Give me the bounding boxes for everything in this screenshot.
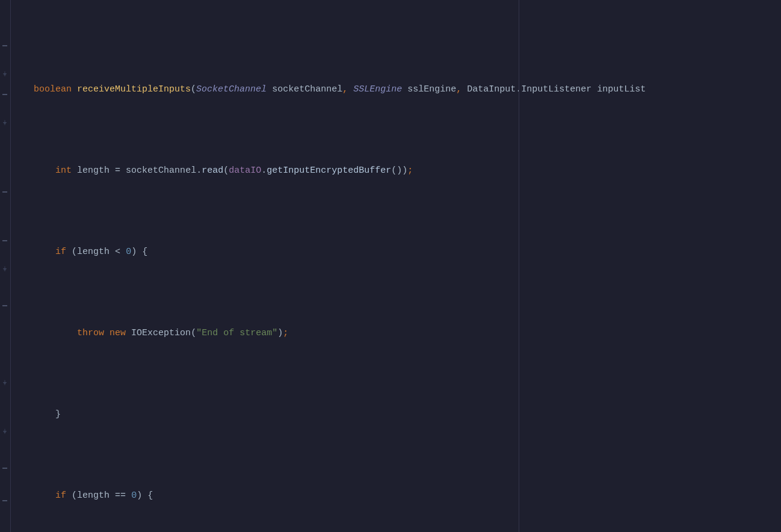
type-sslengine: SSLEngine: [353, 84, 402, 94]
op-eqeq: ==: [115, 490, 126, 501]
code-line: if (length < 0) {: [12, 244, 781, 260]
type-inputlistener: InputListener: [521, 84, 591, 94]
code-editor[interactable]: ⏚⏚⏚⏚⏚ boolean receiveMultipleInputs(Sock…: [0, 0, 781, 532]
code-line: }: [12, 406, 781, 422]
gutter-lock-icon: ⏚: [1, 119, 8, 126]
param-socketchannel: socketChannel: [272, 84, 342, 94]
ref-socketchannel: socketChannel: [126, 165, 196, 176]
code-line: boolean receiveMultipleInputs(SocketChan…: [12, 81, 781, 97]
code-area[interactable]: boolean receiveMultipleInputs(SocketChan…: [11, 0, 781, 532]
call-read: read: [202, 165, 223, 176]
gutter-lock-icon: ⏚: [1, 428, 8, 435]
param-sslengine: sslEngine: [407, 84, 456, 94]
method-name: receiveMultipleInputs: [77, 84, 191, 94]
gutter-fold-icon[interactable]: [2, 500, 7, 501]
keyword-if: if: [55, 247, 66, 257]
string-endofstream: "End of stream": [196, 328, 277, 338]
gutter-fold-icon[interactable]: [2, 305, 7, 306]
var-length: length: [77, 165, 110, 176]
code-line: int length = socketChannel.read(dataIO.g…: [12, 162, 781, 179]
keyword-if: if: [55, 490, 66, 501]
field-dataio: dataIO: [229, 165, 261, 176]
right-margin-guide: [519, 0, 519, 532]
gutter-fold-icon[interactable]: [2, 468, 7, 469]
num-zero: 0: [126, 247, 131, 257]
class-ioexception: IOException: [131, 328, 191, 338]
gutter-fold-icon[interactable]: [2, 45, 7, 46]
keyword-throw: throw: [77, 328, 104, 338]
ref-length: length: [77, 247, 110, 257]
gutter-fold-icon[interactable]: [2, 191, 7, 193]
op-lt: <: [115, 247, 120, 257]
gutter-lock-icon: ⏚: [1, 70, 8, 78]
gutter-lock-icon: ⏚: [1, 265, 8, 273]
code-line: if (length == 0) {: [12, 487, 781, 504]
gutter: ⏚⏚⏚⏚⏚: [0, 0, 11, 532]
ref-length: length: [77, 490, 110, 501]
keyword-boolean: boolean: [34, 84, 72, 94]
call-getinputencryptedbuffer: getInputEncryptedBuffer: [267, 165, 391, 176]
param-inputlistener: inputList: [597, 84, 646, 94]
gutter-fold-icon[interactable]: [2, 94, 7, 95]
keyword-new: new: [110, 328, 126, 338]
keyword-int: int: [55, 165, 72, 176]
code-line: throw new IOException("End of stream");: [12, 325, 781, 341]
type-datainput: DataInput: [467, 84, 516, 94]
type-socketchannel: SocketChannel: [196, 84, 267, 94]
gutter-fold-icon[interactable]: [2, 240, 7, 241]
num-zero: 0: [131, 490, 137, 501]
gutter-lock-icon: ⏚: [1, 379, 8, 386]
